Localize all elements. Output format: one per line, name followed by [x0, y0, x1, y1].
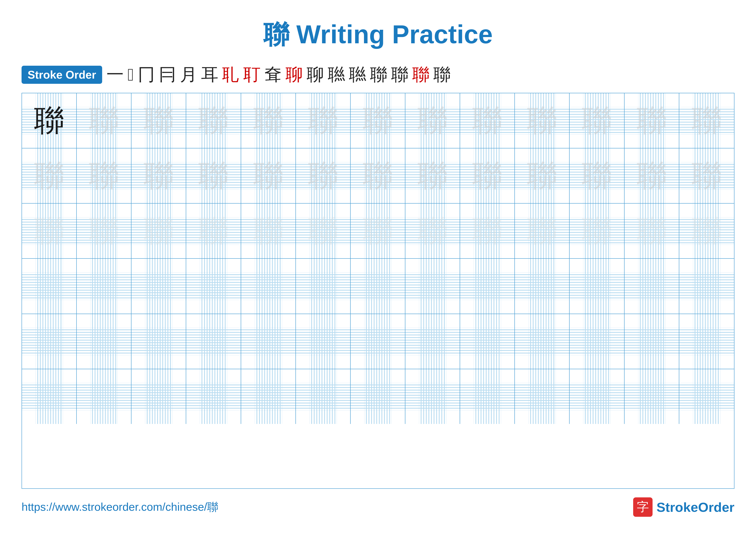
- cell-4-10[interactable]: [515, 259, 570, 314]
- cell-5-4[interactable]: [186, 314, 241, 369]
- cell-5-8[interactable]: [405, 314, 460, 369]
- cell-2-1[interactable]: 聯: [22, 148, 77, 203]
- cell-3-9[interactable]: 聯: [460, 204, 515, 258]
- cell-1-3[interactable]: 聯: [131, 93, 186, 148]
- cell-1-2[interactable]: 聯: [77, 93, 131, 148]
- char-guide: 聯: [144, 100, 174, 141]
- stroke-17: 聯: [433, 63, 451, 87]
- cell-5-12[interactable]: [625, 314, 679, 369]
- grid-row-2: 聯 聯 聯 聯 聯 聯 聯 聯 聯 聯 聯 聯 聯: [22, 148, 734, 204]
- cell-4-7[interactable]: [351, 259, 405, 314]
- cell-6-5[interactable]: [241, 369, 296, 424]
- cell-3-13[interactable]: 聯: [679, 204, 734, 258]
- cell-2-4[interactable]: 聯: [186, 148, 241, 203]
- cell-4-6[interactable]: [296, 259, 351, 314]
- stroke-5: 月: [180, 63, 197, 87]
- cell-6-6[interactable]: [296, 369, 351, 424]
- cell-6-12[interactable]: [625, 369, 679, 424]
- cell-5-5[interactable]: [241, 314, 296, 369]
- cell-2-8[interactable]: 聯: [405, 148, 460, 203]
- cell-6-3[interactable]: [131, 369, 186, 424]
- char-guide: 聯: [253, 100, 284, 141]
- cell-3-1[interactable]: 聯: [22, 204, 77, 258]
- footer: https://www.strokeorder.com/chinese/聯 字 …: [21, 497, 735, 517]
- cell-5-3[interactable]: [131, 314, 186, 369]
- cell-4-1[interactable]: [22, 259, 77, 314]
- cell-3-2[interactable]: 聯: [77, 204, 131, 258]
- cell-3-12[interactable]: 聯: [625, 204, 679, 258]
- title-rest: Writing Practice: [289, 20, 493, 49]
- cell-1-11[interactable]: 聯: [570, 93, 624, 148]
- cell-3-5[interactable]: 聯: [241, 204, 296, 258]
- cell-6-2[interactable]: [77, 369, 131, 424]
- cell-4-5[interactable]: [241, 259, 296, 314]
- cell-1-1[interactable]: 聯: [22, 93, 77, 148]
- char-guide: 聯: [89, 100, 119, 141]
- cell-6-11[interactable]: [570, 369, 624, 424]
- stroke-1: 一: [106, 63, 124, 87]
- cell-3-11[interactable]: 聯: [570, 204, 624, 258]
- cell-6-7[interactable]: [351, 369, 405, 424]
- cell-3-3[interactable]: 聯: [131, 204, 186, 258]
- cell-6-9[interactable]: [460, 369, 515, 424]
- stroke-12: 聮: [328, 63, 345, 87]
- stroke-10: 聊: [285, 63, 303, 87]
- cell-5-11[interactable]: [570, 314, 624, 369]
- logo-icon: 字: [633, 497, 653, 517]
- stroke-order-badge: Stroke Order: [21, 66, 102, 84]
- cell-1-4[interactable]: 聯: [186, 93, 241, 148]
- char-guide: 聯: [363, 100, 393, 141]
- cell-2-3[interactable]: 聯: [131, 148, 186, 203]
- cell-3-4[interactable]: 聯: [186, 204, 241, 258]
- cell-5-2[interactable]: [77, 314, 131, 369]
- cell-4-8[interactable]: [405, 259, 460, 314]
- cell-4-12[interactable]: [625, 259, 679, 314]
- cell-2-6[interactable]: 聯: [296, 148, 351, 203]
- cell-4-13[interactable]: [679, 259, 734, 314]
- cell-2-7[interactable]: 聯: [351, 148, 405, 203]
- cell-2-9[interactable]: 聯: [460, 148, 515, 203]
- cell-2-12[interactable]: 聯: [625, 148, 679, 203]
- cell-2-2[interactable]: 聯: [77, 148, 131, 203]
- footer-url: https://www.strokeorder.com/chinese/聯: [21, 499, 218, 515]
- practice-grid: 聯 聯 聯 聯 聯 聯 聯 聯 聯 聯 聯 聯 聯 聯 聯 聯 聯 聯 聯 聯 …: [21, 93, 735, 489]
- cell-5-6[interactable]: [296, 314, 351, 369]
- cell-1-6[interactable]: 聯: [296, 93, 351, 148]
- char-guide: 聯: [198, 100, 229, 141]
- cell-2-13[interactable]: 聯: [679, 148, 734, 203]
- cell-6-8[interactable]: [405, 369, 460, 424]
- cell-2-5[interactable]: 聯: [241, 148, 296, 203]
- cell-1-10[interactable]: 聯: [515, 93, 570, 148]
- cell-1-5[interactable]: 聯: [241, 93, 296, 148]
- cell-3-8[interactable]: 聯: [405, 204, 460, 258]
- cell-5-9[interactable]: [460, 314, 515, 369]
- stroke-6: 耳: [201, 63, 218, 87]
- page-title: 聯 Writing Practice: [263, 17, 493, 52]
- cell-1-9[interactable]: 聯: [460, 93, 515, 148]
- cell-3-10[interactable]: 聯: [515, 204, 570, 258]
- cell-5-1[interactable]: [22, 314, 77, 369]
- cell-4-3[interactable]: [131, 259, 186, 314]
- cell-3-6[interactable]: 聯: [296, 204, 351, 258]
- cell-3-7[interactable]: 聯: [351, 204, 405, 258]
- cell-2-11[interactable]: 聯: [570, 148, 624, 203]
- cell-2-10[interactable]: 聯: [515, 148, 570, 203]
- stroke-14: 聯: [370, 63, 387, 87]
- cell-1-7[interactable]: 聯: [351, 93, 405, 148]
- cell-6-13[interactable]: [679, 369, 734, 424]
- cell-4-4[interactable]: [186, 259, 241, 314]
- cell-1-8[interactable]: 聯: [405, 93, 460, 148]
- cell-6-10[interactable]: [515, 369, 570, 424]
- char-guide: 聯: [472, 100, 502, 141]
- cell-6-1[interactable]: [22, 369, 77, 424]
- cell-1-12[interactable]: 聯: [625, 93, 679, 148]
- cell-1-13[interactable]: 聯: [679, 93, 734, 148]
- cell-5-13[interactable]: [679, 314, 734, 369]
- cell-5-10[interactable]: [515, 314, 570, 369]
- cell-4-11[interactable]: [570, 259, 624, 314]
- cell-5-7[interactable]: [351, 314, 405, 369]
- stroke-7: 耴: [222, 63, 239, 87]
- cell-6-4[interactable]: [186, 369, 241, 424]
- cell-4-9[interactable]: [460, 259, 515, 314]
- cell-4-2[interactable]: [77, 259, 131, 314]
